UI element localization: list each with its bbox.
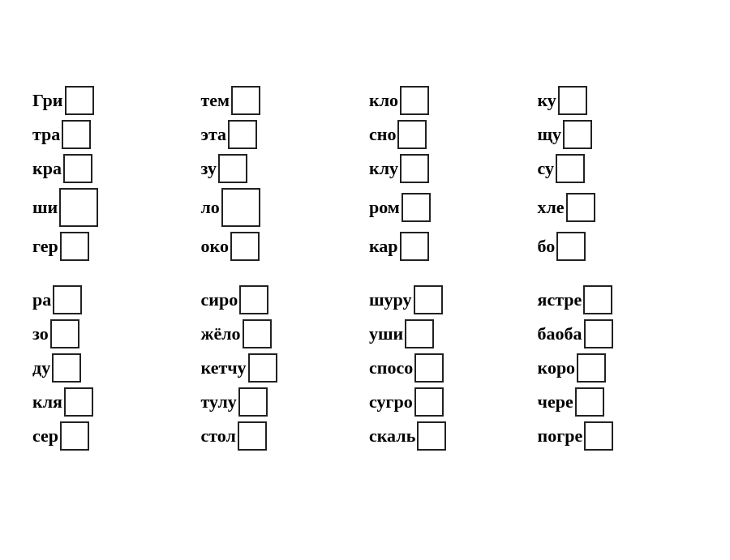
word-box[interactable]	[243, 319, 272, 348]
list-item: стол	[201, 421, 362, 451]
word-box[interactable]	[584, 421, 613, 451]
word-box[interactable]	[584, 319, 613, 348]
word-box[interactable]	[218, 154, 247, 183]
word-prefix: ло	[201, 197, 220, 218]
list-item: ра	[32, 285, 193, 314]
word-box[interactable]	[65, 86, 94, 115]
list-item: бо	[538, 232, 698, 261]
word-box[interactable]	[566, 193, 595, 222]
list-item: око	[201, 232, 362, 261]
word-prefix: уши	[369, 323, 403, 344]
word-box[interactable]	[583, 285, 612, 314]
word-prefix: Гри	[32, 90, 63, 111]
list-item: сиро	[201, 285, 362, 314]
word-box[interactable]	[402, 193, 431, 222]
word-box[interactable]	[400, 232, 429, 261]
word-box[interactable]	[239, 285, 268, 314]
list-item: гер	[32, 232, 193, 261]
list-item: клу	[369, 154, 530, 183]
word-box[interactable]	[63, 154, 92, 183]
list-item: ром	[369, 188, 530, 227]
word-box[interactable]	[400, 86, 429, 115]
word-prefix: зо	[32, 323, 49, 344]
word-box[interactable]	[414, 353, 444, 383]
list-item: кло	[369, 86, 530, 115]
word-box[interactable]	[62, 120, 91, 149]
word-box[interactable]	[575, 387, 604, 417]
word-box[interactable]	[231, 86, 260, 115]
word-prefix: сиро	[201, 289, 238, 310]
word-box[interactable]	[397, 120, 427, 149]
word-prefix: скаль	[369, 425, 415, 447]
list-item: Гри	[32, 86, 193, 115]
word-prefix: бо	[538, 236, 556, 257]
word-box[interactable]	[230, 232, 260, 261]
list-item: сер	[32, 421, 193, 451]
word-box[interactable]	[60, 232, 89, 261]
word-box[interactable]	[59, 188, 98, 227]
word-box[interactable]	[238, 421, 267, 451]
word-prefix: ром	[369, 197, 400, 218]
word-prefix: ястре	[538, 289, 582, 310]
word-prefix: хле	[538, 197, 565, 218]
list-item: погре	[538, 421, 698, 451]
word-box[interactable]	[50, 319, 79, 348]
list-item: чере	[538, 387, 698, 417]
list-item: кра	[32, 154, 193, 183]
word-box[interactable]	[228, 120, 257, 149]
word-box[interactable]	[248, 353, 277, 383]
word-box[interactable]	[417, 421, 446, 451]
list-item: кар	[369, 232, 530, 261]
word-box[interactable]	[221, 188, 260, 227]
list-item: ду	[32, 353, 193, 383]
word-prefix: гер	[32, 236, 58, 257]
word-prefix: ши	[32, 197, 58, 218]
word-prefix: жёло	[201, 323, 241, 344]
list-item: тем	[201, 86, 362, 115]
word-box[interactable]	[556, 232, 586, 261]
word-box[interactable]	[53, 285, 82, 314]
list-item: тра	[32, 120, 193, 149]
word-prefix: кля	[32, 391, 62, 413]
word-box[interactable]	[64, 387, 93, 417]
word-box[interactable]	[238, 387, 268, 417]
word-prefix: сно	[369, 124, 396, 145]
list-item: ши	[32, 188, 193, 227]
word-prefix: кетчу	[201, 357, 247, 378]
word-prefix: око	[201, 236, 229, 257]
word-prefix: спосо	[369, 357, 413, 378]
word-box[interactable]	[400, 154, 429, 183]
word-box[interactable]	[405, 319, 434, 348]
list-item: кетчу	[201, 353, 362, 383]
page: Гритемклокутраэтаснощукразуклусушилоромх…	[8, 70, 722, 491]
list-item: су	[538, 154, 698, 183]
word-prefix: погре	[538, 425, 583, 447]
word-prefix: стол	[201, 425, 236, 447]
word-box[interactable]	[414, 387, 444, 417]
word-box[interactable]	[577, 353, 606, 383]
word-prefix: шуру	[369, 289, 412, 310]
list-item: зо	[32, 319, 193, 348]
word-prefix: чере	[538, 391, 573, 413]
list-item: уши	[369, 319, 530, 348]
word-prefix: кра	[32, 158, 62, 179]
word-prefix: тулу	[201, 391, 237, 413]
list-item: зу	[201, 154, 362, 183]
list-item: ло	[201, 188, 362, 227]
word-prefix: кар	[369, 236, 398, 257]
list-item: ястре	[538, 285, 698, 314]
word-box[interactable]	[558, 86, 587, 115]
word-prefix: сер	[32, 425, 58, 447]
word-prefix: эта	[201, 124, 227, 145]
word-prefix: баоба	[538, 323, 582, 344]
word-prefix: кло	[369, 90, 398, 111]
section-2: расирошуруястрезожёлоушибаобадукетчуспос…	[32, 285, 698, 451]
list-item: сно	[369, 120, 530, 149]
word-box[interactable]	[60, 421, 89, 451]
list-item: тулу	[201, 387, 362, 417]
word-box[interactable]	[563, 120, 592, 149]
word-box[interactable]	[414, 285, 443, 314]
word-box[interactable]	[556, 154, 585, 183]
word-box[interactable]	[52, 353, 81, 383]
word-prefix: зу	[201, 158, 217, 179]
